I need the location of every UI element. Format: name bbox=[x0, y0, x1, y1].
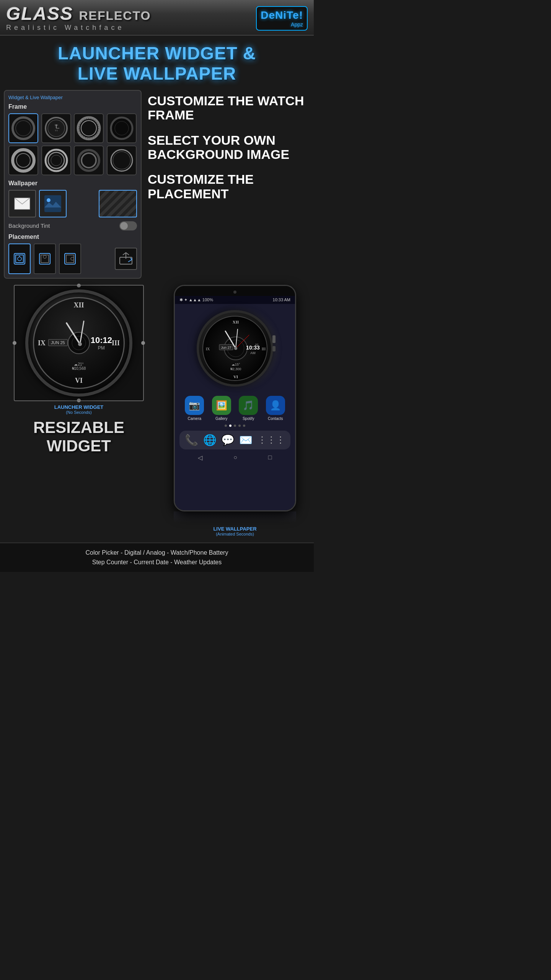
placement-right-icon bbox=[64, 253, 76, 265]
app-camera[interactable]: 📷 Camera bbox=[185, 396, 204, 421]
widget-dot-bottom bbox=[77, 399, 81, 402]
svg-text:III: III bbox=[262, 347, 266, 351]
header-subtitle: Realistic Watchface bbox=[6, 24, 151, 32]
app-title: GLASS REFLECTO bbox=[6, 5, 151, 23]
phone-nav-bar: ◁ ○ □ bbox=[175, 452, 295, 464]
app-gallery-label: Gallery bbox=[215, 416, 228, 421]
customize-title-1: CUSTOMIZE THE WATCH FRAME bbox=[148, 94, 310, 122]
svg-point-21 bbox=[113, 152, 130, 169]
widget-dot-left bbox=[13, 341, 16, 345]
placement-label: Placement bbox=[8, 234, 137, 240]
page-dot-1 bbox=[225, 425, 227, 427]
customize-item-3: CUSTOMIZE THE PLACEMENT bbox=[148, 172, 310, 201]
placement-top-svg bbox=[40, 254, 50, 264]
svg-point-17 bbox=[51, 155, 62, 166]
svg-point-31 bbox=[71, 257, 74, 260]
frame-svg-4 bbox=[109, 116, 134, 140]
widget-label-sub: (No Seconds) bbox=[66, 410, 91, 415]
svg-point-56 bbox=[234, 347, 237, 350]
phone-camera-area bbox=[175, 286, 295, 296]
wallpaper-white-icon bbox=[13, 194, 32, 213]
app-gallery[interactable]: 🖼️ Gallery bbox=[212, 396, 231, 421]
placement-center-svg bbox=[15, 254, 24, 264]
svg-point-14 bbox=[16, 154, 30, 167]
placement-center[interactable] bbox=[8, 243, 31, 274]
watch-time-main: 10:12 bbox=[91, 335, 112, 345]
footer-line1: Color Picker - Digital / Analog - Watch/… bbox=[86, 549, 228, 556]
dock-apps[interactable]: ⋮⋮⋮ bbox=[258, 434, 285, 445]
phone-dock: 📞 🌐 💬 ✉️ ⋮⋮⋮ bbox=[179, 431, 290, 449]
frame-option-8[interactable] bbox=[107, 145, 137, 175]
svg-line-38 bbox=[80, 321, 84, 344]
frame-option-6[interactable] bbox=[41, 145, 71, 175]
title-glass: GLASS bbox=[6, 3, 73, 24]
placement-top[interactable] bbox=[34, 243, 56, 274]
frame-option-3[interactable] bbox=[74, 113, 104, 143]
page-dot-5 bbox=[243, 425, 245, 427]
bottom-section: XII VI III IX JUN 25 10:12 PM bbox=[0, 285, 314, 542]
frame-svg-3 bbox=[77, 116, 101, 140]
upload-icon bbox=[119, 252, 133, 266]
frame-option-4[interactable] bbox=[107, 113, 137, 143]
dock-email[interactable]: ✉️ bbox=[239, 434, 253, 446]
wallpaper-option-image[interactable] bbox=[39, 190, 67, 217]
nav-home[interactable]: ○ bbox=[233, 454, 237, 461]
customize-item-2: SELECT YOUR OWN BACKGROUND IMAGE bbox=[148, 133, 310, 162]
widget-label: LAUNCHER WIDGET bbox=[54, 404, 104, 410]
camera-dot bbox=[233, 291, 236, 294]
content-row: Widget & Live Wallpaper Frame XII VI bbox=[0, 90, 314, 285]
svg-point-39 bbox=[78, 342, 82, 346]
background-tint-row: Background Tint bbox=[8, 221, 137, 230]
frame-option-2[interactable]: XII VI bbox=[41, 113, 71, 143]
svg-text:XII: XII bbox=[233, 320, 239, 324]
dock-messages[interactable]: 💬 bbox=[221, 434, 235, 446]
widget-dot-top bbox=[77, 284, 81, 287]
frame-svg-2: XII VI bbox=[44, 116, 68, 140]
page-dot-3 bbox=[234, 425, 236, 427]
wallpaper-image-icon bbox=[43, 194, 62, 213]
nav-back[interactable]: ◁ bbox=[198, 454, 202, 461]
phone-watch-svg: XII VI III IX 10:33 AM bbox=[203, 316, 267, 381]
placement-upload[interactable] bbox=[115, 248, 137, 270]
svg-text:AM: AM bbox=[250, 351, 256, 355]
wallpaper-option-white[interactable] bbox=[8, 190, 36, 217]
main-title-text: LAUNCHER WIDGET & LIVE WALLPAPER bbox=[4, 43, 310, 84]
frame-option-5[interactable] bbox=[8, 145, 38, 175]
app-contacts-label: Contacts bbox=[268, 416, 283, 421]
svg-point-26 bbox=[18, 257, 21, 261]
denite-logo: DeNiTe! Appz bbox=[256, 6, 308, 31]
svg-text:☁15°: ☁15° bbox=[231, 363, 240, 366]
customize-title-3: CUSTOMIZE THE PLACEMENT bbox=[148, 172, 310, 201]
wallpaper-option-striped[interactable] bbox=[99, 190, 137, 217]
panel-label: Widget & Live Wallpaper bbox=[8, 95, 137, 100]
frame-svg-1 bbox=[11, 116, 36, 140]
phone-status-time: 10:33 AM bbox=[273, 297, 290, 302]
app-contacts[interactable]: 👤 Contacts bbox=[266, 396, 285, 421]
phone-display: ✱ ✦ ▲▲▲ 100% 10:33 AM XII VI bbox=[160, 285, 310, 536]
placement-center-icon bbox=[14, 253, 25, 265]
phone-label-sub: (Animated Seconds) bbox=[216, 532, 254, 536]
customize-item-1: CUSTOMIZE THE WATCH FRAME bbox=[148, 94, 310, 122]
frame-option-1[interactable] bbox=[8, 113, 38, 143]
background-tint-label: Background Tint bbox=[8, 222, 50, 229]
app-header: GLASS REFLECTO Realistic Watchface DeNiT… bbox=[0, 0, 314, 36]
app-spotify[interactable]: 🎵 Spotify bbox=[239, 396, 258, 421]
nav-recents[interactable]: □ bbox=[268, 454, 272, 461]
phone-watch-area: XII VI III IX 10:33 AM bbox=[175, 304, 295, 391]
app-gallery-icon: 🖼️ bbox=[212, 396, 231, 415]
app-spotify-icon: 🎵 bbox=[239, 396, 258, 415]
placement-right[interactable] bbox=[59, 243, 81, 274]
dock-browser[interactable]: 🌐 bbox=[203, 434, 217, 446]
customize-title-2: SELECT YOUR OWN BACKGROUND IMAGE bbox=[148, 133, 310, 162]
dock-phone[interactable]: 📞 bbox=[185, 434, 198, 446]
app-spotify-label: Spotify bbox=[243, 416, 254, 421]
customize-panel: CUSTOMIZE THE WATCH FRAME SELECT YOUR OW… bbox=[148, 90, 310, 279]
app-contacts-icon: 👤 bbox=[266, 396, 285, 415]
frame-option-7[interactable] bbox=[74, 145, 104, 175]
logo-name: DeNiTe! bbox=[261, 9, 303, 21]
resizable-title: RESIZABLE WIDGET bbox=[33, 418, 124, 455]
page-dot-4 bbox=[238, 425, 241, 427]
background-tint-toggle[interactable] bbox=[119, 221, 137, 230]
svg-point-11 bbox=[111, 118, 132, 139]
widget-display: XII VI III IX JUN 25 10:12 PM bbox=[4, 285, 154, 536]
